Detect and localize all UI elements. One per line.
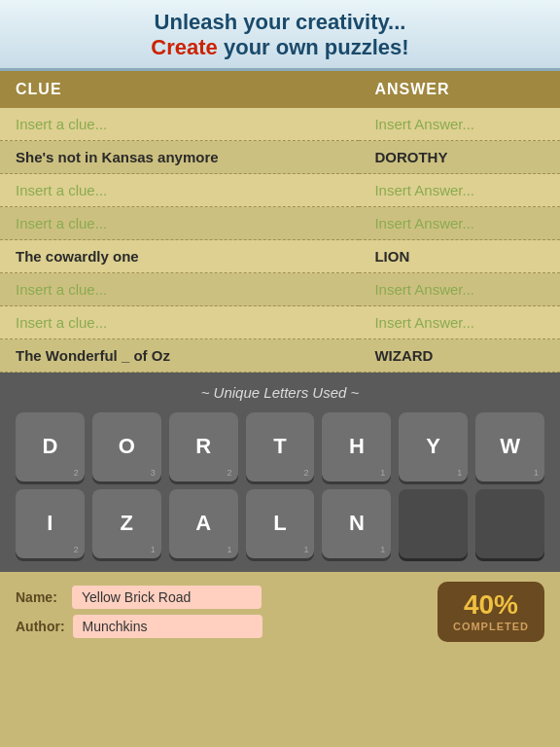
answer-cell[interactable]: Insert Answer... [359, 207, 560, 240]
letter-key: O3 [92, 412, 161, 481]
letter-key: L1 [246, 489, 315, 558]
key-letter-text: Z [121, 513, 133, 534]
key-count-text: 2 [303, 468, 308, 478]
key-letter-text: N [349, 513, 365, 534]
main-content: CLUE ANSWER Insert a clue...Insert Answe… [0, 71, 560, 747]
clue-cell[interactable]: Insert a clue... [0, 207, 359, 240]
answer-cell[interactable]: Insert Answer... [359, 174, 560, 207]
table-row[interactable]: The Wonderful _ of OzWIZARD [0, 339, 560, 373]
clue-cell[interactable]: She's not in Kansas anymore [0, 141, 359, 174]
letter-key [475, 489, 544, 558]
key-letter-text: A [195, 513, 211, 534]
table-row[interactable]: The cowardly oneLION [0, 240, 560, 273]
completion-label: COMPLETED [453, 621, 529, 632]
banner-line2-suffix: your own puzzles! [218, 35, 409, 59]
key-letter-text: R [195, 436, 211, 457]
banner-line2: Create your own puzzles! [19, 35, 541, 60]
answer-cell[interactable]: Insert Answer... [359, 306, 560, 339]
table-row[interactable]: Insert a clue...Insert Answer... [0, 207, 560, 240]
author-label: Author: [16, 619, 65, 634]
name-input[interactable] [72, 586, 262, 609]
unique-letters-section: ~ Unique Letters Used ~ D2O3R2T2H1Y1W1I2… [0, 373, 560, 572]
letter-key: N1 [322, 489, 391, 558]
banner-line1: Unleash your creativity... [19, 10, 541, 35]
key-letter-text: T [273, 436, 286, 457]
key-count-text: 1 [380, 545, 385, 554]
completion-percent: 40% [453, 591, 529, 619]
bottom-bar: Name: Author: 40% COMPLETED [0, 572, 560, 652]
top-banner: Unleash your creativity... Create your o… [0, 0, 560, 71]
key-count-text: 3 [151, 468, 156, 478]
clue-cell[interactable]: The Wonderful _ of Oz [0, 339, 359, 373]
key-count-text: 1 [151, 545, 156, 554]
key-count-text: 2 [74, 468, 79, 478]
unique-letters-title: ~ Unique Letters Used ~ [16, 384, 544, 401]
puzzle-table: CLUE ANSWER Insert a clue...Insert Answe… [0, 71, 560, 373]
table-row[interactable]: Insert a clue...Insert Answer... [0, 108, 560, 141]
key-letter-text: H [349, 436, 365, 457]
key-letter-text: W [500, 436, 520, 457]
letter-key: A1 [169, 489, 238, 558]
key-count-text: 2 [228, 468, 232, 478]
answer-cell[interactable]: WIZARD [359, 339, 560, 373]
table-header-row: CLUE ANSWER [0, 71, 560, 108]
key-letter-text: D [42, 436, 57, 457]
letter-key [399, 489, 468, 558]
answer-column-header: ANSWER [359, 71, 560, 108]
letter-key: W1 [475, 412, 544, 481]
letter-key: D2 [16, 412, 85, 481]
clue-cell[interactable]: Insert a clue... [0, 174, 359, 207]
key-count-text: 1 [380, 468, 385, 478]
name-author-section: Name: Author: [16, 586, 262, 638]
answer-cell[interactable]: Insert Answer... [359, 108, 560, 141]
answer-cell[interactable]: Insert Answer... [359, 273, 560, 306]
key-letter-text: O [119, 436, 135, 457]
author-field-row: Author: [16, 615, 262, 638]
letters-grid: D2O3R2T2H1Y1W1I2Z1A1L1N1 [16, 412, 544, 558]
clue-cell[interactable]: The cowardly one [0, 240, 359, 273]
key-count-text: 1 [534, 468, 539, 478]
key-letter-text: I [47, 513, 52, 534]
banner-create-word: Create [151, 35, 217, 59]
table-row[interactable]: She's not in Kansas anymoreDOROTHY [0, 141, 560, 174]
key-letter-text: Y [426, 436, 440, 457]
letter-key: I2 [16, 489, 85, 558]
key-count-text: 1 [228, 545, 232, 554]
clue-cell[interactable]: Insert a clue... [0, 273, 359, 306]
letter-key: Y1 [399, 412, 468, 481]
letter-key: T2 [246, 412, 315, 481]
completion-badge: 40% COMPLETED [438, 582, 544, 642]
letter-key: R2 [169, 412, 238, 481]
table-row[interactable]: Insert a clue...Insert Answer... [0, 174, 560, 207]
letter-key: H1 [322, 412, 391, 481]
author-input[interactable] [73, 615, 262, 638]
table-row[interactable]: Insert a clue...Insert Answer... [0, 273, 560, 306]
name-field-row: Name: [16, 586, 262, 609]
key-count-text: 1 [303, 545, 308, 554]
clue-cell[interactable]: Insert a clue... [0, 108, 359, 141]
answer-cell[interactable]: LION [359, 240, 560, 273]
letter-key: Z1 [92, 489, 161, 558]
key-count-text: 2 [74, 545, 79, 554]
clue-cell[interactable]: Insert a clue... [0, 306, 359, 339]
name-label: Name: [16, 589, 64, 605]
key-count-text: 1 [457, 468, 462, 478]
answer-cell[interactable]: DOROTHY [359, 141, 560, 174]
table-row[interactable]: Insert a clue...Insert Answer... [0, 306, 560, 339]
clue-column-header: CLUE [0, 71, 359, 108]
key-letter-text: L [273, 513, 286, 534]
